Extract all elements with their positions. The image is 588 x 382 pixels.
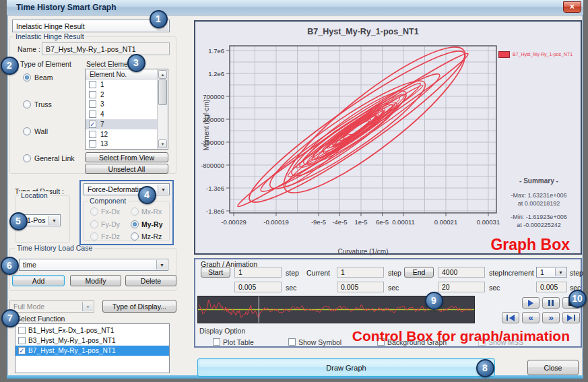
chevron-down-icon[interactable]: ▼ <box>48 216 59 225</box>
svg-text:1e-5: 1e-5 <box>354 218 367 226</box>
component-radio-my-ry[interactable] <box>131 220 139 228</box>
element-row[interactable]: 13 <box>86 139 157 149</box>
element-row[interactable]: 1 <box>86 79 157 90</box>
modify-button[interactable]: Modify <box>70 275 121 286</box>
svg-text:0.00021: 0.00021 <box>434 218 457 226</box>
unselect-all-button[interactable]: Unselect All <box>85 164 168 174</box>
function-checkbox[interactable]: ✓ <box>18 347 26 354</box>
annotation-circle-6: 6 <box>1 257 19 275</box>
display-option-checkbox-show-symbol[interactable] <box>288 338 296 346</box>
type-of-display-button[interactable]: Type of Display... <box>102 300 176 313</box>
display-option-label: Display Option <box>199 327 245 335</box>
scroll-down-icon[interactable]: ▼ <box>158 139 167 148</box>
end-sec-field[interactable]: 20 <box>438 282 485 292</box>
element-checkbox[interactable] <box>89 140 96 148</box>
annotation-circle-2: 2 <box>1 57 19 75</box>
pause-button[interactable] <box>542 297 560 309</box>
element-row[interactable]: 4 <box>86 109 157 119</box>
current-step-field[interactable]: 1 <box>337 267 384 278</box>
mode-value: Full Mode <box>13 303 44 311</box>
scrollbar-thumb[interactable] <box>158 79 167 105</box>
load-case-combobox[interactable]: time ▼ <box>19 259 168 271</box>
annotation-circle-1: 1 <box>150 10 168 28</box>
annotation-circle-8: 8 <box>476 359 494 377</box>
chevron-down-icon[interactable]: ▼ <box>158 185 168 194</box>
increment-combobox[interactable]: 1 ▼ <box>536 267 567 278</box>
current-sec-field[interactable]: 0.005 <box>337 282 384 292</box>
location-combobox[interactable]: 1-Pos ▼ <box>23 214 61 226</box>
function-list[interactable]: B1_Hyst_Fx-Dx_1-pos_NT1B3_Hyst_My-Ry_1-p… <box>15 323 170 373</box>
scroll-up-icon[interactable]: ▲ <box>158 70 167 79</box>
element-list[interactable]: Element No. 1234✓71213 ▲ ▼ <box>85 69 168 150</box>
element-type-label: Truss <box>34 100 52 108</box>
element-type-radio-truss[interactable] <box>23 100 31 108</box>
mode-combobox: Full Mode ▼ <box>9 300 94 313</box>
draw-graph-button[interactable]: Draw Graph <box>197 358 495 377</box>
element-checkbox[interactable]: ✓ <box>89 121 96 128</box>
chevron-down-icon[interactable]: ▼ <box>156 260 167 269</box>
chevron-down-icon[interactable]: ▼ <box>555 268 566 276</box>
element-list-header[interactable]: Element No. <box>86 69 157 79</box>
play-button[interactable] <box>522 297 540 309</box>
start-button[interactable]: Start <box>201 267 230 278</box>
element-type-radio-general-link[interactable] <box>23 154 31 162</box>
start-sec-field[interactable]: 0.005 <box>234 282 282 292</box>
forward-icon: » <box>548 315 553 321</box>
close-button[interactable]: Close <box>527 360 579 375</box>
rewind-button[interactable]: « <box>522 312 540 323</box>
annotation-circle-3: 3 <box>127 54 145 72</box>
element-type-radio-wall[interactable] <box>23 127 31 135</box>
start-step-field[interactable]: 1 <box>234 267 282 278</box>
element-checkbox[interactable] <box>89 91 96 98</box>
function-row[interactable]: B1_Hyst_Fx-Dx_1-pos_NT1 <box>15 325 169 336</box>
type-of-result-combobox[interactable]: Force-Deformation ▼ <box>84 183 170 195</box>
increment-sec-field[interactable]: 0.005 <box>536 282 567 292</box>
function-label: B3_Hyst_My-Ry_1-pos_NT1 <box>28 337 116 344</box>
component-label: Fx-Dx <box>101 208 120 216</box>
x-axis-label: Curvature (1/cm) <box>296 248 430 255</box>
add-button[interactable]: Add <box>12 275 65 286</box>
element-row[interactable]: ✓7 <box>86 119 157 129</box>
step-unit-label: step <box>489 269 502 277</box>
screen: Time History Smart Graph × Inelastic Hin… <box>0 0 588 382</box>
end-step-field[interactable]: 4000 <box>438 267 485 278</box>
name-value: B7_Hyst_My-Ry_1-pos_NT1 <box>46 45 136 53</box>
component-label: My-Ry <box>141 220 163 228</box>
select-from-view-button[interactable]: Select From View <box>85 152 168 162</box>
end-button[interactable]: End <box>404 267 434 278</box>
element-checkbox[interactable] <box>89 81 96 88</box>
skip-start-button[interactable] <box>502 312 519 323</box>
element-type-radio-beam[interactable] <box>23 73 31 82</box>
element-list-scrollbar[interactable]: ▲ ▼ <box>157 69 168 149</box>
name-field[interactable]: B7_Hyst_My-Ry_1-pos_NT1 <box>42 42 170 55</box>
component-radio-mz-rz[interactable] <box>131 232 139 241</box>
function-checkbox[interactable] <box>18 337 26 344</box>
skip-end-button[interactable] <box>562 312 580 323</box>
type-of-result-value: Force-Deformation <box>88 185 147 193</box>
load-case-value: time <box>23 261 36 269</box>
element-row[interactable]: 3 <box>86 99 157 109</box>
element-type-label: Beam <box>34 73 53 82</box>
element-row[interactable]: 2 <box>86 90 157 100</box>
forward-button[interactable]: » <box>542 312 560 323</box>
element-row[interactable]: 12 <box>86 129 157 139</box>
element-checkbox[interactable] <box>89 131 96 138</box>
function-row[interactable]: ✓B7_Hyst_My-Ry_1-pos_NT1 <box>15 346 169 356</box>
element-number: 7 <box>100 121 104 128</box>
svg-text:-1.3e6: -1.3e6 <box>206 185 224 192</box>
element-checkbox[interactable] <box>89 100 96 108</box>
function-row[interactable]: B3_Hyst_My-Ry_1-pos_NT1 <box>15 336 169 346</box>
window-close-button[interactable]: × <box>563 1 581 13</box>
delete-button[interactable]: Delete <box>125 275 176 286</box>
element-type-label: Wall <box>34 127 48 135</box>
display-option-checkbox-plot-table[interactable] <box>213 338 220 346</box>
step-unit-label: step <box>388 269 401 277</box>
result-type-combobox[interactable]: Inelastic Hinge Result ▼ <box>12 20 170 32</box>
svg-text:0.00031: 0.00031 <box>477 218 500 226</box>
element-checkbox[interactable] <box>89 110 96 118</box>
component-label: Mx-Rx <box>141 208 162 216</box>
result-type-value: Inelastic Hinge Result <box>16 22 85 30</box>
element-row[interactable] <box>86 149 157 150</box>
function-checkbox[interactable] <box>18 327 26 334</box>
element-number: 3 <box>100 100 104 108</box>
